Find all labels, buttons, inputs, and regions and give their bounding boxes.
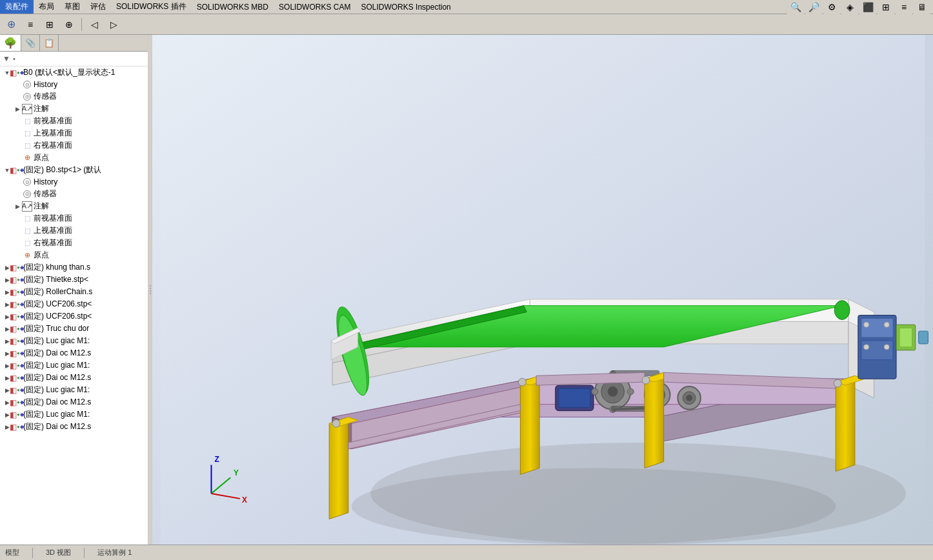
tree-node-label: (固定) Luc giac M1: <box>23 409 90 420</box>
new-button[interactable]: ⊕ <box>3 16 19 33</box>
tree-item[interactable]: ◎传感器 <box>0 90 148 103</box>
tree-item[interactable]: ⊙History <box>0 79 148 90</box>
tools-icon[interactable]: ⚙ <box>823 0 840 15</box>
snap-button[interactable]: ⊕ <box>61 16 77 33</box>
tree-item[interactable]: ▶A↗注解 <box>0 103 148 115</box>
tree-item[interactable]: ⬚前视基准面 <box>0 115 148 127</box>
view-icon[interactable]: ⊞ <box>878 0 894 15</box>
svg-point-52 <box>884 345 889 350</box>
next-button[interactable]: ▷ <box>105 16 122 33</box>
tree-item[interactable]: ▼◧●◆(固定) B0.stp<1> (默认 <box>0 164 148 176</box>
tree-node-label: History <box>34 80 57 89</box>
tree-item[interactable]: ▶◧●◆(固定) Luc giac M1: <box>0 335 148 347</box>
tree-item[interactable]: ▶◧●◆(固定) Dai oc M12.s <box>0 347 148 359</box>
zoom-icon[interactable]: 🔎 <box>805 0 822 15</box>
tree-item[interactable]: ▶◧●◆(固定) Thietke.stp< <box>0 274 148 286</box>
display-icon[interactable]: ⬛ <box>859 0 876 15</box>
menu-sw-cam[interactable]: SOLIDWORKS CAM <box>274 1 356 13</box>
tree-node-label: (固定) Truc chu dor <box>23 323 89 334</box>
tree-item[interactable]: ⊕原点 <box>0 152 148 164</box>
status-3d-view[interactable]: 3D 视图 <box>46 548 71 557</box>
tree-node-label: (固定) UCF206.stp< <box>23 299 92 310</box>
tree-node-label: (固定) Dai oc M12.s <box>23 397 91 408</box>
tree-item[interactable]: ▶◧●◆(固定) Luc giac M1: <box>0 384 148 396</box>
tree-expander[interactable]: ▶ <box>13 202 22 211</box>
tree-node-icon: ◧●◆ <box>12 373 22 383</box>
menu-assembly[interactable]: 装配件 <box>0 0 34 14</box>
tree-item[interactable]: ▶◧●◆(固定) Dai oc M12.s <box>0 396 148 408</box>
filter-label: • <box>13 55 15 63</box>
menu-sw-inspection[interactable]: SOLIDWORKS Inspection <box>356 1 456 13</box>
tree-item[interactable]: ▶◧●◆(固定) Luc giac M1: <box>0 408 148 421</box>
tree-item[interactable]: ▶◧●◆(固定) Truc chu dor <box>0 323 148 335</box>
tree-node-icon: ◧●◆ <box>12 299 22 310</box>
menu-layout[interactable]: 布局 <box>34 0 59 14</box>
tree-item[interactable]: ▶◧●◆(固定) Dai oc M12.s <box>0 372 148 384</box>
svg-marker-38 <box>329 417 348 519</box>
tree-item[interactable]: ⬚右视基准面 <box>0 237 148 249</box>
tree-node-icon: ◧●◆ <box>12 397 22 408</box>
align-button[interactable]: ⊞ <box>41 16 58 33</box>
tree-item[interactable]: ⬚上视基准面 <box>0 127 148 139</box>
toolbar: ⊕ ≡ ⊞ ⊕ ◁ ▷ <box>0 14 933 35</box>
svg-point-60 <box>518 378 526 386</box>
left-panel: 🌳 📎 📋 ▼ • ▼◧●◆B0 (默认<默认_显示状态-1⊙History◎传… <box>0 35 148 545</box>
tree-item[interactable]: ⊕原点 <box>0 249 148 261</box>
tree-item[interactable]: ⊙History <box>0 176 148 188</box>
render-icon[interactable]: ◈ <box>841 0 858 15</box>
tree-node-label: (固定) Luc giac M1: <box>23 385 90 395</box>
tree-node-label: (固定) Luc giac M1: <box>23 335 90 346</box>
status-separator-1 <box>32 548 33 558</box>
tree-node-icon: ◧●◆ <box>12 361 22 371</box>
tab-feature-manager[interactable]: 🌳 <box>0 35 21 51</box>
tree-item[interactable]: ⬚前视基准面 <box>0 212 148 225</box>
tree-item[interactable]: ▶A↗注解 <box>0 200 148 212</box>
tree-item[interactable]: ▶◧●◆(固定) khung than.s <box>0 261 148 274</box>
menu-evaluate[interactable]: 评估 <box>85 0 111 14</box>
tree-expander[interactable]: ▶ <box>13 105 22 114</box>
resize-dots <box>150 285 151 294</box>
tree-scroll-wrapper: ▼◧●◆B0 (默认<默认_显示状态-1⊙History◎传感器▶A↗注解⬚前视… <box>0 66 148 545</box>
tree-item[interactable]: ▶◧●◆(固定) Dai oc M12.s <box>0 421 148 433</box>
menu-sketch[interactable]: 草图 <box>59 0 85 14</box>
feature-tree[interactable]: ▼◧●◆B0 (默认<默认_显示状态-1⊙History◎传感器▶A↗注解⬚前视… <box>0 66 148 545</box>
svg-point-2 <box>352 468 836 545</box>
tree-node-icon: ◧●◆ <box>12 324 22 334</box>
tab-config[interactable]: 📋 <box>40 35 59 51</box>
tree-item[interactable]: ◎传感器 <box>0 188 148 200</box>
tree-node-label: 前视基准面 <box>34 213 72 224</box>
tree-node-label: 传感器 <box>34 188 57 199</box>
tree-node-icon: ◎ <box>22 189 32 199</box>
svg-marker-44 <box>836 375 855 471</box>
tree-item[interactable]: ▶◧●◆(固定) Luc giac M1: <box>0 359 148 372</box>
svg-point-62 <box>834 379 841 387</box>
tree-item[interactable]: ▶◧●◆(固定) RollerChain.s <box>0 286 148 298</box>
tree-node-label: (固定) Luc giac M1: <box>23 360 90 371</box>
tab-properties[interactable]: 📎 <box>21 35 40 51</box>
svg-rect-48 <box>861 341 893 360</box>
menu-sw-mbd[interactable]: SOLIDWORKS MBD <box>192 1 274 13</box>
options-icon[interactable]: ≡ <box>896 0 912 15</box>
viewport[interactable]: Z Y X <box>152 35 933 545</box>
tree-node-icon: A↗ <box>22 201 32 212</box>
tree-node-icon: ⊕ <box>22 153 32 163</box>
monitor-icon[interactable]: 🖥 <box>914 0 930 15</box>
tree-item[interactable]: ⬚上视基准面 <box>0 225 148 237</box>
tree-node-label: 上视基准面 <box>34 128 72 139</box>
status-separator-2 <box>84 548 85 558</box>
prev-button[interactable]: ◁ <box>86 16 103 33</box>
tree-item[interactable]: ▶◧●◆(固定) UCF206.stp< <box>0 298 148 310</box>
status-motion[interactable]: 运动算例 1 <box>97 548 132 557</box>
menu-sw-plugins[interactable]: SOLIDWORKS 插件 <box>111 0 192 14</box>
tree-item[interactable]: ▶◧●◆(固定) UCF206.stp< <box>0 310 148 323</box>
tree-item[interactable]: ⬚右视基准面 <box>0 139 148 152</box>
svg-rect-54 <box>899 328 912 347</box>
svg-point-61 <box>642 376 650 384</box>
tree-node-label: 原点 <box>34 152 49 163</box>
grid-button[interactable]: ≡ <box>22 16 39 33</box>
tree-item[interactable]: ▼◧●◆B0 (默认<默认_显示状态-1 <box>0 66 148 79</box>
status-model[interactable]: 模型 <box>5 548 19 557</box>
search-icon[interactable]: 🔍 <box>787 0 804 15</box>
svg-marker-40 <box>520 375 539 474</box>
status-bar: 模型 3D 视图 运动算例 1 <box>0 545 933 560</box>
